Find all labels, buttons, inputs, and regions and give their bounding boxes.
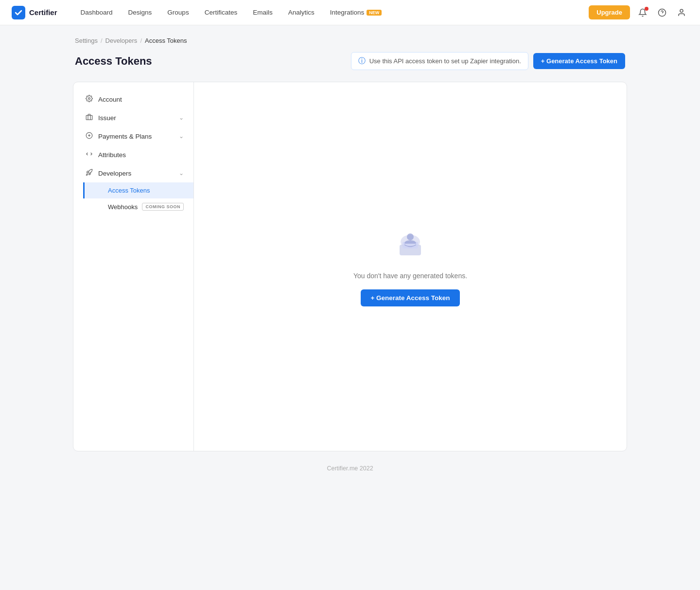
user-button[interactable] [675,6,688,19]
footer-text: Certifier.me 2022 [327,465,373,472]
sidebar-sub-access-tokens[interactable]: Access Tokens [83,182,193,198]
main-content-area: You don't have any generated tokens. + G… [194,82,627,451]
navbar-actions: Upgrade [589,5,688,19]
sidebar-developers-label: Developers [98,170,131,177]
info-banner: ⓘ Use this API access token to set up Za… [351,52,528,70]
breadcrumb: Settings / Developers / Access Tokens [73,37,627,44]
svg-rect-5 [86,115,92,120]
breadcrumb-sep-1: / [101,37,103,44]
certifier-logo-icon [12,6,25,19]
sidebar-sub-webhooks[interactable]: Webhooks COMING SOON [83,198,193,215]
access-tokens-label: Access Tokens [108,187,150,194]
developers-submenu: Access Tokens Webhooks COMING SOON [73,182,193,215]
nav-groups[interactable]: Groups [159,0,196,25]
nav-certificates[interactable]: Certificates [197,0,245,25]
gear-icon [85,95,93,104]
dollar-icon [85,132,93,141]
sidebar-item-issuer[interactable]: Issuer ⌄ [73,108,193,127]
coming-soon-badge: COMING SOON [142,203,184,211]
payments-chevron-icon: ⌄ [179,133,184,140]
header-actions: ⓘ Use this API access token to set up Za… [351,52,625,70]
breadcrumb-settings[interactable]: Settings [75,37,98,44]
sidebar-item-attributes[interactable]: Attributes [73,145,193,164]
sidebar-item-developers[interactable]: Developers ⌄ [73,164,193,182]
webhooks-label: Webhooks [108,203,138,211]
empty-state: You don't have any generated tokens. + G… [353,227,467,306]
empty-state-text: You don't have any generated tokens. [353,272,467,280]
generate-token-button-header[interactable]: + Generate Access Token [533,53,625,69]
nav-links: Dashboard Designs Groups Certificates Em… [73,0,589,25]
upgrade-button[interactable]: Upgrade [589,5,630,19]
svg-rect-0 [12,6,25,19]
footer: Certifier.me 2022 [73,451,627,480]
nav-designs[interactable]: Designs [121,0,160,25]
sidebar-payments-label: Payments & Plans [98,133,152,140]
help-icon [658,8,666,17]
nav-dashboard[interactable]: Dashboard [73,0,121,25]
page-wrapper: Settings / Developers / Access Tokens Ac… [73,25,627,499]
breadcrumb-sep-2: / [140,37,142,44]
brackets-icon [85,150,93,159]
logo[interactable]: Certifier [12,6,57,19]
notifications-button[interactable] [636,6,649,19]
empty-state-icon [393,227,428,262]
breadcrumb-current: Access Tokens [145,37,187,44]
svg-point-3 [680,9,683,12]
integrations-new-badge: NEW [367,10,382,16]
info-icon: ⓘ [358,56,366,66]
content-card: Account Issuer ⌄ [73,82,627,451]
svg-point-4 [88,98,90,100]
sidebar-attributes-label: Attributes [98,151,126,159]
nav-integrations[interactable]: Integrations NEW [322,0,390,25]
help-button[interactable] [655,6,669,19]
sidebar-issuer-label: Issuer [98,114,116,122]
sidebar-account-label: Account [98,96,122,103]
developers-chevron-icon: ⌄ [179,170,184,177]
navbar: Certifier Dashboard Designs Groups Certi… [0,0,700,25]
breadcrumb-developers[interactable]: Developers [105,37,138,44]
user-icon [677,8,686,17]
info-banner-text: Use this API access token to set up Zapi… [369,57,521,65]
settings-sidebar: Account Issuer ⌄ [73,82,194,451]
rocket-icon [85,169,93,178]
nav-emails[interactable]: Emails [245,0,280,25]
svg-point-12 [407,233,414,240]
sidebar-item-payments[interactable]: Payments & Plans ⌄ [73,127,193,145]
logo-text: Certifier [29,8,57,17]
page-header: Access Tokens ⓘ Use this API access toke… [73,52,627,70]
generate-token-button-empty[interactable]: + Generate Access Token [361,289,459,306]
page-title: Access Tokens [75,55,152,68]
sidebar-item-account[interactable]: Account [73,90,193,108]
building-icon [85,113,93,122]
nav-analytics[interactable]: Analytics [280,0,322,25]
notification-badge [645,7,648,11]
issuer-chevron-icon: ⌄ [179,114,184,121]
